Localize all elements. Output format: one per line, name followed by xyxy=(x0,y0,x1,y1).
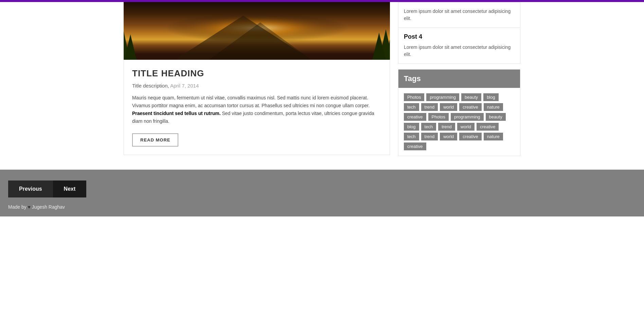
tag-item[interactable]: tech xyxy=(404,103,419,111)
post-item-above: Lorem ipsum dolor sit amet consectetur a… xyxy=(398,2,520,28)
tag-item[interactable]: creative xyxy=(459,103,482,111)
tag-item[interactable]: world xyxy=(457,123,475,131)
author-name: Jugesh Raghav xyxy=(32,204,65,210)
article-meta: Title description, April 7, 2014 xyxy=(132,83,381,89)
tag-item[interactable]: creative xyxy=(459,133,482,140)
post-4-title: Post 4 xyxy=(404,33,515,40)
article-text: Mauris neque quam, fermentum ut nisl vit… xyxy=(132,94,381,125)
tag-item[interactable]: Photos xyxy=(428,113,449,121)
tag-item[interactable]: tech xyxy=(421,123,436,131)
sidebar: Lorem ipsum dolor sit amet consectetur a… xyxy=(398,2,520,156)
post-item-4: Post 4 Lorem ipsum dolor sit amet consec… xyxy=(398,28,520,63)
footer: Previous Next Made by ♥ Jugesh Raghav xyxy=(0,170,644,216)
body-highlight: Praesent tincidunt sed tellus ut rutrum. xyxy=(132,111,221,116)
tag-item[interactable]: blog xyxy=(404,123,419,131)
tag-item[interactable]: creative xyxy=(404,113,426,121)
tags-section: Tags Photosprogrammingbeautyblogtechtren… xyxy=(398,69,520,156)
tag-item[interactable]: blog xyxy=(483,93,499,101)
meta-static: Title description, xyxy=(132,83,169,89)
tag-item[interactable]: creative xyxy=(404,142,426,150)
pagination: Previous Next xyxy=(8,180,636,197)
tag-item[interactable]: beauty xyxy=(461,93,481,101)
previous-button[interactable]: Previous xyxy=(8,180,53,197)
tag-item[interactable]: trend xyxy=(421,133,438,140)
read-more-button[interactable]: READ MORE xyxy=(132,133,178,147)
hero-image xyxy=(124,2,390,60)
above-post-text: Lorem ipsum dolor sit amet consectetur a… xyxy=(404,8,515,22)
footer-credit: Made by ♥ Jugesh Raghav xyxy=(8,204,636,210)
tags-body: Photosprogrammingbeautyblogtechtrendworl… xyxy=(398,88,520,156)
next-button[interactable]: Next xyxy=(53,180,87,197)
tags-header: Tags xyxy=(398,70,520,88)
main-content: TITLE HEADING Title description, April 7… xyxy=(124,2,390,156)
tag-item[interactable]: trend xyxy=(421,103,438,111)
tag-item[interactable]: trend xyxy=(438,123,455,131)
posts-wrapper: Lorem ipsum dolor sit amet consectetur a… xyxy=(398,2,520,64)
tag-item[interactable]: Photos xyxy=(404,93,424,101)
body-part1: Mauris neque quam, fermentum ut nisl vit… xyxy=(132,95,370,108)
heart-icon: ♥ xyxy=(28,204,31,210)
article-date: April 7, 2014 xyxy=(170,83,199,89)
tag-item[interactable]: programming xyxy=(451,113,484,121)
tag-item[interactable]: creative xyxy=(477,123,499,131)
tag-item[interactable]: programming xyxy=(426,93,459,101)
tag-item[interactable]: tech xyxy=(404,133,419,140)
article-body: TITLE HEADING Title description, April 7… xyxy=(124,60,390,155)
credit-text: Made by xyxy=(8,204,26,210)
tag-item[interactable]: nature xyxy=(484,103,503,111)
tag-item[interactable]: beauty xyxy=(486,113,506,121)
tag-item[interactable]: world xyxy=(440,103,457,111)
tag-item[interactable]: world xyxy=(440,133,457,140)
tag-item[interactable]: nature xyxy=(484,133,503,140)
article-title: TITLE HEADING xyxy=(132,68,381,79)
post-4-text: Lorem ipsum dolor sit amet consectetur a… xyxy=(404,44,515,58)
